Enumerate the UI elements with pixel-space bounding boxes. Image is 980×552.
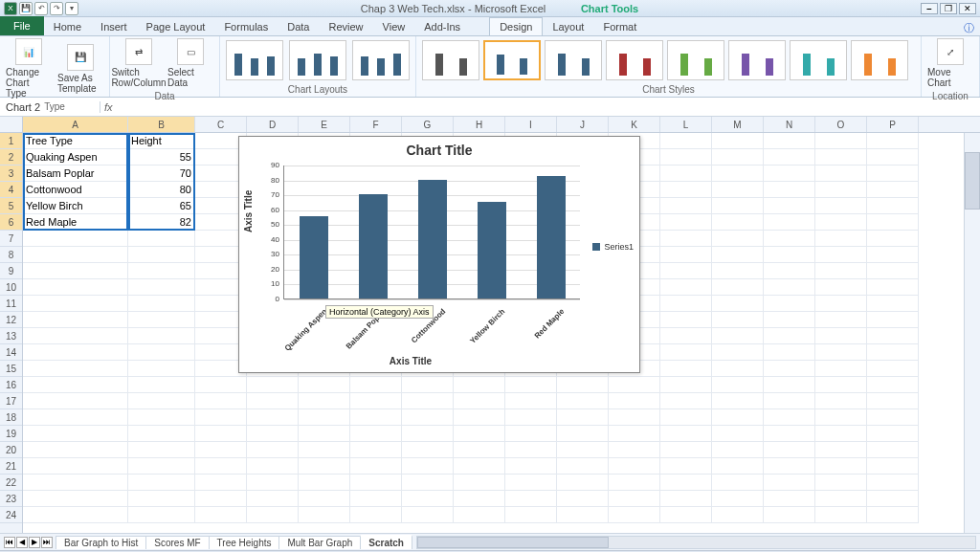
cell-b12[interactable] [128,312,195,328]
cell-a6[interactable]: Red Maple [23,214,128,231]
cell-a1[interactable]: Tree Type [23,133,128,149]
cell[interactable] [867,491,919,507]
cell[interactable] [764,328,815,344]
cell[interactable] [660,361,712,377]
row-header-22[interactable]: 22 [0,475,22,491]
cell-a20[interactable] [23,442,128,458]
cell[interactable] [505,442,557,458]
cell-b13[interactable] [128,328,195,344]
row-header-8[interactable]: 8 [0,247,22,263]
col-header-i[interactable]: I [505,117,557,132]
col-header-p[interactable]: P [867,117,919,132]
row-header-17[interactable]: 17 [0,393,22,409]
tab-view[interactable]: View [373,18,415,35]
cell-a16[interactable] [23,377,128,393]
cell[interactable] [815,507,867,523]
cell[interactable] [247,409,299,426]
cell[interactable] [867,149,919,166]
cell[interactable] [764,393,815,409]
cell[interactable] [609,507,660,523]
cell[interactable] [764,458,815,475]
cell[interactable] [815,458,867,475]
cell[interactable] [660,231,712,247]
cell[interactable] [660,198,712,214]
x-axis-title[interactable]: Axis Title [239,356,582,366]
cell[interactable] [299,426,350,442]
cell-a2[interactable]: Quaking Aspen [23,149,128,166]
cell[interactable] [660,475,712,491]
cell[interactable] [454,475,505,491]
cell[interactable] [764,426,815,442]
fx-icon[interactable]: fx [104,101,113,113]
cell-b1[interactable]: Height [128,133,195,149]
cell[interactable] [712,491,764,507]
cell[interactable] [815,344,867,361]
layout-thumb-2[interactable] [289,40,346,80]
cell[interactable] [815,312,867,328]
cell[interactable] [712,458,764,475]
cell[interactable] [712,133,764,149]
tab-home[interactable]: Home [44,18,91,35]
cell[interactable] [195,507,247,523]
name-box[interactable]: Chart 2 [0,101,100,113]
cell[interactable] [712,214,764,231]
cell-b9[interactable] [128,263,195,279]
row-header-23[interactable]: 23 [0,491,22,507]
move-chart-button[interactable]: ⤢ Move Chart [927,38,973,88]
sheet-nav-next[interactable]: ▶ [29,537,40,548]
cell[interactable] [764,344,815,361]
cell[interactable] [867,475,919,491]
cell[interactable] [195,442,247,458]
cell[interactable] [815,409,867,426]
tab-addins[interactable]: Add-Ins [414,18,470,35]
cell-a8[interactable] [23,247,128,263]
col-header-k[interactable]: K [609,117,660,132]
cell[interactable] [815,231,867,247]
cell[interactable] [299,458,350,475]
cell[interactable] [660,377,712,393]
tab-formulas[interactable]: Formulas [214,18,278,35]
cell[interactable] [867,263,919,279]
cell[interactable] [867,214,919,231]
chart-bar-1[interactable] [359,194,388,298]
save-as-template-button[interactable]: 💾 Save As Template [57,44,103,94]
cell[interactable] [764,409,815,426]
col-header-c[interactable]: C [195,117,247,132]
cell-b10[interactable] [128,279,195,296]
tab-data[interactable]: Data [278,18,319,35]
row-header-15[interactable]: 15 [0,361,22,377]
cell[interactable] [557,409,609,426]
cell[interactable] [764,507,815,523]
tab-review[interactable]: Review [319,18,372,35]
row-header-7[interactable]: 7 [0,231,22,247]
cell-b19[interactable] [128,426,195,442]
cell[interactable] [660,296,712,312]
cell-a22[interactable] [23,475,128,491]
sheet-tab-2[interactable]: Scores MF [145,536,209,549]
chart-title[interactable]: Chart Title [239,137,639,160]
cell[interactable] [815,149,867,166]
cell-b15[interactable] [128,361,195,377]
cell[interactable] [712,393,764,409]
cell[interactable] [557,426,609,442]
cell[interactable] [402,426,454,442]
cell[interactable] [712,426,764,442]
cell[interactable] [350,491,402,507]
style-thumb-7[interactable] [790,40,847,80]
cell[interactable] [609,442,660,458]
cell[interactable] [764,231,815,247]
select-all-corner[interactable] [0,117,23,133]
cell[interactable] [712,377,764,393]
cell-b20[interactable] [128,442,195,458]
cell[interactable] [195,475,247,491]
chart-legend[interactable]: Series1 [592,242,634,252]
cell[interactable] [815,328,867,344]
cell[interactable] [660,344,712,361]
cell[interactable] [350,409,402,426]
cell[interactable] [402,393,454,409]
cell[interactable] [299,475,350,491]
cell[interactable] [402,491,454,507]
cell[interactable] [660,507,712,523]
cell-a15[interactable] [23,361,128,377]
sheet-nav-prev[interactable]: ◀ [16,537,28,548]
